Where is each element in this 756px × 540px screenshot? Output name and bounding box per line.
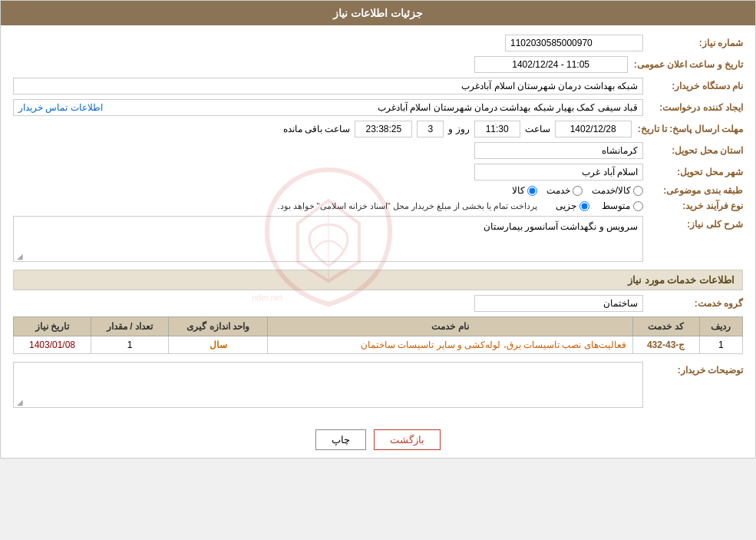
- description-row: شرح کلی نیاز: سرویس و نگهداشت آسانسور بی…: [13, 216, 743, 262]
- province-label: استان محل تحویل:: [643, 145, 743, 156]
- purchase-jozii-radio[interactable]: [579, 201, 589, 211]
- cell-row-num: 1: [699, 336, 742, 354]
- deadline-label: مهلت ارسال پاسخ: تا تاریخ:: [632, 124, 743, 134]
- buyer-org-value: شبکه بهداشت درمان شهرستان اسلام آبادغرب: [13, 78, 643, 94]
- category-kala-option[interactable]: کالا: [512, 185, 537, 196]
- col-row-num: ردیف: [699, 317, 742, 336]
- province-row: استان محل تحویل: کرمانشاه: [13, 142, 743, 159]
- col-service-code: کد خدمت: [632, 317, 699, 336]
- description-text: سرویس و نگهداشت آسانسور بیمارستان: [18, 221, 638, 232]
- col-service-name: نام خدمت: [268, 317, 632, 336]
- buttons-row: بازگشت چاپ: [1, 429, 755, 450]
- contact-info-link[interactable]: اطلاعات تماس خریدار: [18, 102, 103, 113]
- deadline-time-label: ساعت: [525, 124, 550, 134]
- description-box: سرویس و نگهداشت آسانسور بیمارستان ◢: [13, 216, 643, 262]
- page-header: جزئیات اطلاعات نیاز: [1, 1, 755, 25]
- deadline-date: 1402/12/28: [555, 121, 632, 137]
- purchase-jozii-option[interactable]: جزیی: [556, 200, 589, 211]
- deadline-time: 11:30: [474, 121, 520, 137]
- description-container: سرویس و نگهداشت آسانسور بیمارستان ◢ AnaT…: [13, 216, 643, 262]
- announcement-date-label: تاریخ و ساعت اعلان عمومی:: [628, 59, 743, 70]
- purchase-motavasset-option[interactable]: متوسط: [602, 200, 643, 211]
- buyer-org-label: نام دستگاه خریدار:: [643, 81, 743, 91]
- creator-value: قباد سیفی کمک بهیار شبکه بهداشت درمان شه…: [378, 102, 638, 113]
- purchase-type-row: نوع فرآیند خرید: متوسط جزیی پرداخت تمام …: [13, 200, 743, 211]
- table-row: 1 ج-43-432 فعالیت‌های نصب تاسیسات برق، ل…: [14, 336, 743, 354]
- purchase-jozii-label: جزیی: [556, 200, 576, 211]
- buyer-org-row: نام دستگاه خریدار: شبکه بهداشت درمان شهر…: [13, 78, 743, 94]
- category-khadamat-label: خدمت: [546, 185, 570, 196]
- creator-row: ایجاد کننده درخواست: قباد سیفی کمک بهیار…: [13, 99, 743, 116]
- buyer-notes-row: توضیحات خریدار: ◢: [13, 362, 743, 408]
- service-group-row: گروه خدمت: ساختمان: [13, 295, 743, 312]
- city-label: شهر محل تحویل:: [643, 167, 743, 177]
- announcement-date-row: تاریخ و ساعت اعلان عمومی: 1402/12/24 - 1…: [13, 56, 743, 73]
- col-date: تاریخ نیاز: [14, 317, 91, 336]
- deadline-day-label: روز و: [448, 124, 469, 134]
- cell-service-name: فعالیت‌های نصب تاسیسات برق، لوله‌کشی و س…: [268, 336, 632, 354]
- purchase-type-label: نوع فرآیند خرید:: [643, 200, 743, 211]
- services-section-header: اطلاعات خدمات مورد نیاز: [13, 270, 743, 290]
- cell-service-code: ج-43-432: [632, 336, 699, 354]
- need-number-label: شماره نیاز:: [643, 38, 743, 48]
- content-area: شماره نیاز: 1102030585000970 تاریخ و ساع…: [1, 25, 755, 417]
- purchase-motavasset-label: متوسط: [602, 200, 630, 211]
- page-title: جزئیات اطلاعات نیاز: [333, 7, 423, 19]
- page-wrapper: جزئیات اطلاعات نیاز شماره نیاز: 11020305…: [0, 0, 756, 459]
- category-kala-khadamat-label: کالا/خدمت: [592, 185, 631, 196]
- cell-date: 1403/01/08: [14, 336, 91, 354]
- deadline-fields: 1402/12/28 ساعت 11:30 روز و 3 23:38:25 س…: [283, 121, 632, 137]
- province-value: کرمانشاه: [474, 142, 643, 159]
- creator-label: ایجاد کننده درخواست:: [643, 102, 743, 113]
- col-quantity: تعداد / مقدار: [91, 317, 169, 336]
- creator-value-container: قباد سیفی کمک بهیار شبکه بهداشت درمان شه…: [13, 99, 643, 116]
- category-kala-label: کالا: [512, 185, 525, 196]
- deadline-days: 3: [417, 121, 444, 137]
- purchase-notice: پرداخت تمام یا بخشی از مبلغ خریدار محل "…: [277, 201, 537, 211]
- category-row: طبقه بندی موضوعی: کالا/خدمت خدمت کالا: [13, 185, 743, 196]
- purchase-motavasset-radio[interactable]: [633, 201, 643, 211]
- cell-quantity: 1: [91, 336, 169, 354]
- category-khadamat-option[interactable]: خدمت: [546, 185, 583, 196]
- need-number-value: 1102030585000970: [505, 35, 643, 51]
- deadline-row: مهلت ارسال پاسخ: تا تاریخ: 1402/12/28 سا…: [13, 121, 743, 137]
- city-value: اسلام آباد غرب: [474, 164, 643, 181]
- service-group-value: ساختمان: [474, 295, 643, 312]
- category-options: کالا/خدمت خدمت کالا: [512, 185, 643, 196]
- notes-resize-handle: ◢: [15, 398, 23, 406]
- cell-unit: سال: [168, 336, 267, 354]
- col-unit: واحد اندازه گیری: [168, 317, 267, 336]
- print-button[interactable]: چاپ: [315, 429, 366, 450]
- category-kala-khadamat-option[interactable]: کالا/خدمت: [592, 185, 643, 196]
- announcement-date-value: 1402/12/24 - 11:05: [474, 56, 628, 73]
- service-group-label: گروه خدمت:: [643, 298, 743, 309]
- description-label: شرح کلی نیاز:: [643, 216, 743, 230]
- deadline-remaining: 23:38:25: [355, 121, 412, 137]
- category-khadamat-radio[interactable]: [573, 186, 583, 196]
- purchase-type-options: متوسط جزیی پرداخت تمام یا بخشی از مبلغ خ…: [277, 200, 643, 211]
- need-number-row: شماره نیاز: 1102030585000970: [13, 35, 743, 51]
- category-label: طبقه بندی موضوعی:: [643, 185, 743, 196]
- table-header-row: ردیف کد خدمت نام خدمت واحد اندازه گیری ت…: [14, 317, 743, 336]
- back-button[interactable]: بازگشت: [374, 429, 441, 450]
- buyer-notes-label: توضیحات خریدار:: [643, 362, 743, 376]
- category-kala-khadamat-radio[interactable]: [633, 186, 643, 196]
- category-kala-radio[interactable]: [527, 186, 537, 196]
- buyer-notes-box: ◢: [13, 362, 643, 408]
- deadline-remaining-label: ساعت باقی مانده: [283, 124, 351, 134]
- resize-handle: ◢: [15, 252, 23, 260]
- city-row: شهر محل تحویل: اسلام آباد غرب: [13, 164, 743, 181]
- services-table: ردیف کد خدمت نام خدمت واحد اندازه گیری ت…: [13, 316, 743, 354]
